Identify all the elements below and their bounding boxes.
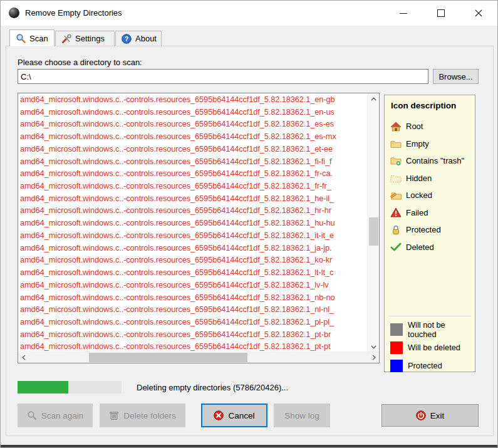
legend-item-label: Empty (406, 139, 429, 148)
chevron-down-icon (371, 345, 376, 349)
legend-item-label: Failed (406, 208, 428, 217)
tab-settings[interactable]: Settings (55, 31, 115, 46)
list-item[interactable]: amd64_microsoft.windows.c..-controls.res… (18, 130, 368, 143)
tab-scan-label: Scan (29, 34, 48, 43)
horizontal-scroll-thumb[interactable] (89, 353, 247, 362)
power-icon (416, 410, 426, 420)
list-item[interactable]: amd64_microsoft.windows.c..-controls.res… (18, 291, 368, 304)
list-item[interactable]: amd64_microsoft.windows.c..-controls.res… (18, 180, 368, 192)
list-item[interactable]: amd64_microsoft.windows.c..-controls.res… (18, 254, 368, 266)
legend-item-failed: Failed (390, 204, 474, 222)
scroll-left-button[interactable] (18, 352, 29, 363)
list-item[interactable]: amd64_microsoft.windows.c..-controls.res… (18, 204, 368, 217)
protected-icon (390, 225, 402, 235)
status-text: Deleting empty directories (5786/20426).… (137, 383, 288, 392)
app-icon (9, 8, 19, 18)
legend-item-label: Hidden (406, 174, 432, 183)
tab-scan[interactable]: Scan (9, 29, 54, 46)
legend-item-label: Locked (406, 190, 432, 200)
list-item[interactable]: amd64_microsoft.windows.c..-controls.res… (18, 192, 368, 205)
magnifier-icon (16, 33, 26, 43)
cancel-button[interactable]: Cancel (201, 404, 267, 427)
legend-separator (388, 316, 471, 317)
list-item[interactable]: amd64_microsoft.windows.c..-controls.res… (18, 217, 368, 229)
scroll-up-button[interactable] (368, 93, 379, 104)
list-item[interactable]: amd64_microsoft.windows.c..-controls.res… (18, 155, 368, 168)
empty-icon (390, 138, 402, 148)
list-item[interactable]: amd64_microsoft.windows.c..-controls.res… (18, 279, 368, 291)
app-window: Remove Empty Directories Scan Settings (0, 0, 498, 448)
help-icon: ? (122, 34, 132, 44)
contains-trash-icon (390, 156, 402, 166)
deleted-icon (390, 242, 402, 252)
browse-button-label: Browse... (438, 72, 472, 81)
legend-swatch-row: Will not be touched (390, 320, 474, 338)
list-item[interactable]: amd64_microsoft.windows.c..-controls.res… (18, 266, 368, 279)
close-button[interactable] (460, 1, 497, 26)
list-item[interactable]: amd64_microsoft.windows.c..-controls.res… (18, 229, 368, 242)
window-bottom-edge (1, 445, 497, 447)
cancel-label: Cancel (228, 411, 254, 420)
legend-item-label: Contains "trash" (406, 156, 464, 165)
tab-settings-label: Settings (75, 34, 105, 43)
directory-label: Please choose a directory to scan: (18, 58, 142, 67)
hidden-icon (390, 173, 402, 183)
legend-swatch (390, 341, 403, 354)
vertical-scroll-thumb[interactable] (369, 217, 378, 246)
legend-swatch-label: Will be deleted (408, 343, 460, 352)
show-log-button[interactable]: Show log (274, 404, 330, 427)
exit-button[interactable]: Exit (381, 404, 479, 427)
trash-icon (109, 410, 119, 420)
directory-list: amd64_microsoft.windows.c..-controls.res… (18, 93, 380, 363)
cancel-icon (214, 410, 224, 420)
tab-about[interactable]: ? About (115, 31, 162, 46)
window-title: Remove Empty Directories (25, 8, 122, 18)
legend-swatch (390, 323, 403, 336)
directory-list-rows: amd64_microsoft.windows.c..-controls.res… (18, 93, 368, 352)
show-log-label: Show log (284, 411, 319, 420)
locked-icon (390, 190, 402, 201)
scroll-right-button[interactable] (368, 352, 379, 363)
legend-items: Root Empty (390, 118, 474, 256)
legend-item-label: Deleted (406, 242, 434, 252)
horizontal-scrollbar[interactable] (18, 352, 379, 363)
root-icon (390, 122, 402, 132)
list-item[interactable]: amd64_microsoft.windows.c..-controls.res… (18, 106, 368, 118)
legend-item-contains-trash: Contains "trash" (390, 152, 474, 170)
list-item[interactable]: amd64_microsoft.windows.c..-controls.res… (18, 242, 368, 254)
exit-label: Exit (430, 411, 445, 420)
vertical-scrollbar[interactable] (368, 93, 379, 352)
delete-folders-button[interactable]: Delete folders (100, 404, 185, 427)
list-item[interactable]: amd64_microsoft.windows.c..-controls.res… (18, 328, 368, 341)
legend-item-empty: Empty (390, 135, 474, 153)
scroll-down-button[interactable] (368, 341, 379, 352)
list-item[interactable]: amd64_microsoft.windows.c..-controls.res… (18, 340, 368, 352)
legend-item-locked: Locked (390, 187, 474, 204)
minimize-button[interactable] (385, 1, 422, 26)
legend-swatch-row: Will be deleted (390, 338, 474, 357)
legend-swatch-row: Protected (390, 357, 474, 375)
list-item[interactable]: amd64_microsoft.windows.c..-controls.res… (18, 167, 368, 180)
list-item[interactable]: amd64_microsoft.windows.c..-controls.res… (18, 303, 368, 316)
directory-input[interactable] (18, 69, 428, 84)
legend-item-label: Protected (406, 225, 441, 234)
legend-item-root: Root (390, 118, 474, 135)
close-icon (475, 9, 482, 17)
list-item[interactable]: amd64_microsoft.windows.c..-controls.res… (18, 143, 368, 155)
list-item[interactable]: amd64_microsoft.windows.c..-controls.res… (18, 316, 368, 328)
legend-item-hidden: Hidden (390, 170, 474, 187)
browse-button[interactable]: Browse... (433, 69, 479, 84)
delete-folders-label: Delete folders (123, 411, 175, 420)
chevron-left-icon (22, 355, 26, 360)
maximize-button[interactable] (422, 1, 460, 26)
progress-bar (18, 381, 122, 393)
list-item[interactable]: amd64_microsoft.windows.c..-controls.res… (18, 118, 368, 130)
scan-again-button[interactable]: Scan again (18, 404, 93, 427)
legend-swatch (390, 360, 403, 372)
scan-again-label: Scan again (41, 411, 84, 420)
legend-item-label: Root (406, 122, 423, 131)
legend-swatch-label: Protected (408, 361, 442, 370)
chevron-up-icon (371, 97, 376, 101)
list-item[interactable]: amd64_microsoft.windows.c..-controls.res… (18, 93, 368, 106)
svg-text:?: ? (125, 35, 128, 43)
